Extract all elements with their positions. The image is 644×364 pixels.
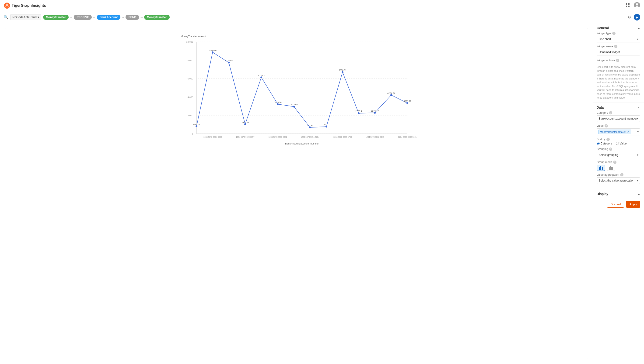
data-point-11 xyxy=(374,112,376,114)
general-section-header[interactable]: General ▲ xyxy=(593,23,644,32)
general-toggle: ▲ xyxy=(637,26,640,30)
widget-name-input[interactable] xyxy=(597,49,640,56)
topbar: TigerGraphInsights xyxy=(0,0,644,11)
widget-actions-add[interactable]: + xyxy=(638,58,640,63)
widget-type-select-wrapper: Line chart xyxy=(597,36,640,42)
apply-button[interactable]: Apply xyxy=(626,201,640,208)
category-select-wrapper: BankAccount.account_number xyxy=(597,115,640,122)
x-tick-0: 1234 5678 9024 0909 xyxy=(203,136,222,138)
path-node-money-transfer-end[interactable]: MoneyTransfer xyxy=(144,15,170,20)
value-tag-remove[interactable]: ✕ xyxy=(627,130,629,134)
widget-type-select[interactable]: Line chart xyxy=(597,36,640,42)
x-tick-3: 1234 5678 9054 5704 xyxy=(301,136,319,138)
general-title: General xyxy=(597,26,609,30)
dropdown-arrow: ▾ xyxy=(38,16,39,19)
path-node-receive[interactable]: RECEIVE xyxy=(74,15,92,20)
value-input-container: MoneyTransfer.amount ✕ ▾ xyxy=(597,128,640,136)
avatar[interactable] xyxy=(634,2,640,9)
category-help[interactable]: ? xyxy=(609,111,612,114)
y-tick-6000: 6,000 xyxy=(188,77,193,80)
sort-by-label: Sort by ? xyxy=(597,138,640,141)
group-mode-field: Group mode ? xyxy=(597,160,640,171)
chart-area: MoneyTransfer.amount 10,000 8,000 6,000 … xyxy=(0,23,593,364)
data-label-1: 8860.96 xyxy=(209,49,217,52)
group-mode-btn-1[interactable] xyxy=(597,165,605,171)
widget-name-field: Widget name ? xyxy=(597,45,640,56)
value-tag: MoneyTransfer.amount ✕ xyxy=(598,130,631,134)
grouping-select-wrapper: Select grouping xyxy=(597,152,640,158)
data-label-10: 2225.4 xyxy=(355,110,362,112)
grouping-select[interactable]: Select grouping xyxy=(597,152,640,158)
svg-point-0 xyxy=(4,2,10,8)
value-aggregation-help[interactable]: ? xyxy=(620,173,623,176)
group-mode-icon-1 xyxy=(599,166,603,170)
sort-category-option[interactable]: Category xyxy=(597,142,612,145)
search-button[interactable]: 🔍 xyxy=(4,15,9,19)
path-node-bank-account[interactable]: BankAccount xyxy=(97,15,120,20)
data-point-6 xyxy=(293,106,295,108)
widget-actions-label: Widget actions ? + xyxy=(597,58,640,63)
query-dropdown-label: NoCodeAntiFraud xyxy=(12,16,37,19)
display-toggle: ▲ xyxy=(637,192,640,196)
svg-rect-2 xyxy=(626,3,627,5)
data-label-0: 802.24 xyxy=(193,123,200,126)
panel-footer: Discard Apply xyxy=(593,198,644,210)
query-bar: 🔍 NoCodeAntiFraud ▾ MoneyTransfer → RECE… xyxy=(0,11,644,23)
path-arrow-2: → xyxy=(93,16,96,19)
data-point-13 xyxy=(406,102,408,104)
run-button[interactable]: ▶ xyxy=(634,14,640,20)
grouping-field: Grouping ? Select grouping xyxy=(597,148,640,158)
sort-category-radio[interactable] xyxy=(597,142,600,145)
group-mode-btn-2[interactable] xyxy=(607,165,615,171)
value-help[interactable]: ? xyxy=(604,124,608,128)
svg-point-1 xyxy=(7,4,8,5)
svg-rect-4 xyxy=(626,6,627,7)
grid-icon[interactable] xyxy=(625,3,630,8)
svg-rect-18 xyxy=(600,166,601,170)
group-mode-help[interactable]: ? xyxy=(613,160,616,164)
grouping-label: Grouping ? xyxy=(597,148,640,151)
general-section: General ▲ Widget type ? Line chart xyxy=(593,23,644,103)
sort-value-radio[interactable] xyxy=(616,142,619,145)
data-point-0 xyxy=(195,125,197,127)
y-tick-4000: 4,000 xyxy=(188,96,193,98)
x-tick-2: 1234 5678 9036 0851 xyxy=(268,136,287,138)
widget-type-help[interactable]: ? xyxy=(612,32,615,35)
path-arrow-3: → xyxy=(121,16,125,19)
settings-button[interactable]: ⚙ xyxy=(627,14,632,20)
discard-button[interactable]: Discard xyxy=(607,201,624,208)
data-section-header[interactable]: Data ▲ xyxy=(593,103,644,111)
data-point-3 xyxy=(244,123,246,125)
logo: TigerGraphInsights xyxy=(4,2,46,9)
grouping-help[interactable]: ? xyxy=(609,148,612,151)
data-point-8 xyxy=(325,126,327,128)
data-label-2: 7736.02 xyxy=(225,60,233,62)
data-label-12: 4204.64 xyxy=(387,92,395,94)
display-section-header[interactable]: Display ▲ xyxy=(593,189,644,198)
group-mode-options xyxy=(597,165,640,171)
query-dropdown[interactable]: NoCodeAntiFraud ▾ xyxy=(10,14,41,20)
widget-name-help[interactable]: ? xyxy=(614,45,617,48)
y-axis-label: MoneyTransfer.amount xyxy=(181,35,206,38)
data-label-9: 6696.91 xyxy=(339,69,346,71)
data-label-6: 2947.93 xyxy=(290,104,298,106)
data-label-3: 1035.59 xyxy=(241,121,249,124)
data-section: Data ▲ Category ? BankAccount.account_nu… xyxy=(593,103,644,189)
sort-value-option[interactable]: Value xyxy=(616,142,627,145)
value-aggregation-select[interactable]: Select the value aggregation xyxy=(597,177,640,184)
category-select[interactable]: BankAccount.account_number xyxy=(597,115,640,122)
logo-icon xyxy=(4,2,10,9)
widget-actions-help[interactable]: ? xyxy=(616,59,619,62)
path-node-money-transfer-start[interactable]: MoneyTransfer xyxy=(43,15,69,20)
x-tick-5: 1234 5678 9062 5448 xyxy=(366,136,384,138)
sort-by-help[interactable]: ? xyxy=(606,138,610,141)
svg-rect-19 xyxy=(602,167,603,170)
topbar-left: TigerGraphInsights xyxy=(4,2,46,9)
path-node-send[interactable]: SEND xyxy=(126,15,139,20)
data-label-7: 681.91 xyxy=(307,124,313,126)
value-field-dropdown[interactable]: ▾ xyxy=(637,130,639,134)
widget-description: Line chart is to show different data thr… xyxy=(597,65,640,100)
svg-rect-22 xyxy=(611,167,612,170)
sort-by-field: Sort by ? Category Value xyxy=(597,138,640,145)
svg-rect-17 xyxy=(599,167,600,170)
